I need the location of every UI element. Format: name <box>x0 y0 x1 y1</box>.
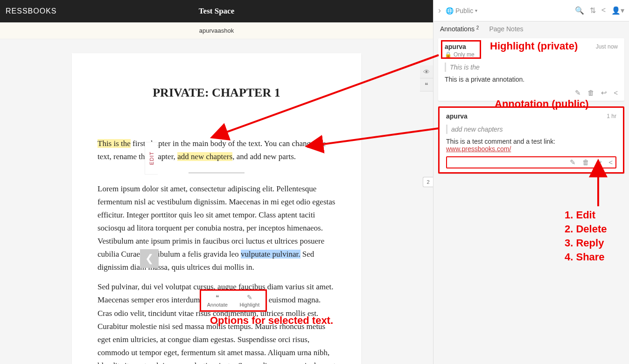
visibility-dropdown[interactable]: 🌐 Public ▾ <box>446 7 477 14</box>
search-icon[interactable]: 🔍 <box>575 6 584 15</box>
chapter-body: This is the first chapter in the main bo… <box>98 137 335 364</box>
edit-tab[interactable]: EDIT <box>145 142 158 175</box>
privacy-badge: 🔒 Only me <box>445 51 618 58</box>
chevron-left-icon: ❮ <box>145 252 154 265</box>
visibility-label: Public <box>455 7 473 14</box>
card-author: apurva <box>445 43 466 50</box>
share-icon[interactable]: < <box>601 6 606 15</box>
share-action-icon[interactable]: < <box>614 89 618 97</box>
selected-text[interactable]: vulputate pulvinar. <box>241 250 300 259</box>
card-actions: ✎ 🗑 ↩ < <box>445 87 618 97</box>
highlight-option[interactable]: ✎ Highlight <box>239 294 259 308</box>
card-timestamp: Just now <box>596 43 618 50</box>
card-timestamp: 1 hr <box>607 113 616 119</box>
reply-icon[interactable]: ↩ <box>596 158 602 167</box>
card-actions: ✎ 🗑 ↩ < <box>446 156 616 168</box>
paragraph-1: This is the first chapter in the main bo… <box>98 137 335 163</box>
delete-icon[interactable]: 🗑 <box>587 89 594 97</box>
sidebar-header-actions: 🔍 ⇅ < 👤▾ <box>575 6 624 15</box>
collapse-sidebar-icon[interactable]: › <box>438 6 441 15</box>
text-run: Lorem ipsum dolor sit amet, consectetur … <box>98 184 335 259</box>
logo-text: RESSBOOKS <box>6 7 56 15</box>
annotation-quote: This is the <box>445 63 618 72</box>
quote-icon: ❝ <box>216 294 219 301</box>
chapter-paper: PRIVATE: CHAPTER 1 This is the first cha… <box>72 53 361 364</box>
annotation-count: 2 <box>476 25 479 30</box>
annotation-card-public[interactable]: apurva 1 hr add new chapters This is a t… <box>438 106 624 174</box>
share-action-icon[interactable]: < <box>608 158 613 167</box>
text-run: , and add new parts. <box>232 152 296 161</box>
selection-popup: ❝ Annotate ✎ Highlight <box>201 290 266 311</box>
lock-icon: 🔒 <box>445 51 452 58</box>
comment-text: This is a test comment and a test link: <box>446 138 555 145</box>
tab-annotations-label: Annotations <box>440 25 475 33</box>
annotation-comment: This is a test comment and a test link: … <box>446 138 616 153</box>
sidebar-toggle-icons: 👁 ❝ <box>420 65 433 91</box>
annotate-option[interactable]: ❝ Annotate <box>207 294 228 308</box>
visibility-toggle-icon[interactable]: 👁 <box>420 65 433 78</box>
annotation-quote: add new chapters <box>446 125 616 134</box>
edit-icon[interactable]: ✎ <box>570 158 576 167</box>
marker-icon: ✎ <box>247 294 252 301</box>
caret-down-icon: ▾ <box>475 8 477 13</box>
main-pane: RESSBOOKS Test Space apurvaashok EDIT ❮ … <box>0 0 433 364</box>
annotations-sidebar: › 🌐 Public ▾ 🔍 ⇅ < 👤▾ Annotations 2 Page… <box>433 0 629 364</box>
prev-chapter-button[interactable]: ❮ <box>140 249 159 268</box>
annotation-toggle-icon[interactable]: ❝ <box>420 78 433 91</box>
edit-icon[interactable]: ✎ <box>575 89 581 97</box>
topbar: RESSBOOKS Test Space <box>0 0 433 22</box>
highlight-1[interactable]: This is the <box>98 139 131 148</box>
highlight-label: Highlight <box>239 302 259 308</box>
app-root: RESSBOOKS Test Space apurvaashok EDIT ❮ … <box>0 0 629 364</box>
card-author: apurva <box>446 112 468 120</box>
tab-page-notes[interactable]: Page Notes <box>489 25 523 33</box>
privacy-label: Only me <box>454 51 475 58</box>
chapter-title: PRIVATE: CHAPTER 1 <box>98 86 335 100</box>
annotation-bucket[interactable]: 2 <box>423 177 433 187</box>
content-wrap: EDIT ❮ 2 👁 ❝ PRIVATE: CHAPTER 1 This is … <box>0 39 433 364</box>
sort-icon[interactable]: ⇅ <box>590 6 596 15</box>
author-bar: apurvaashok <box>0 22 433 39</box>
annotation-card-private[interactable]: apurva Just now 🔒 Only me This is the Th… <box>438 38 624 101</box>
highlight-2[interactable]: add new chapters <box>177 152 232 161</box>
sidebar-tabs: Annotations 2 Page Notes <box>433 21 629 36</box>
annotate-label: Annotate <box>207 302 228 308</box>
comment-link[interactable]: www.pressbooks.com/ <box>446 145 511 153</box>
tab-annotations[interactable]: Annotations 2 <box>440 25 479 33</box>
paragraph-2: Lorem ipsum dolor sit amet, consectetur … <box>98 182 335 274</box>
delete-icon[interactable]: 🗑 <box>582 158 589 167</box>
annotation-comment: This is a private annotation. <box>445 76 618 83</box>
reply-icon[interactable]: ↩ <box>601 89 607 97</box>
section-divider <box>189 173 245 173</box>
page-title: Test Space <box>199 7 234 16</box>
globe-icon: 🌐 <box>446 7 454 14</box>
edit-tab-label: EDIT <box>149 151 154 165</box>
sidebar-header: › 🌐 Public ▾ 🔍 ⇅ < 👤▾ <box>433 0 629 21</box>
annotation-cards: apurva Just now 🔒 Only me This is the Th… <box>433 36 629 175</box>
user-menu-icon[interactable]: 👤▾ <box>611 6 624 15</box>
